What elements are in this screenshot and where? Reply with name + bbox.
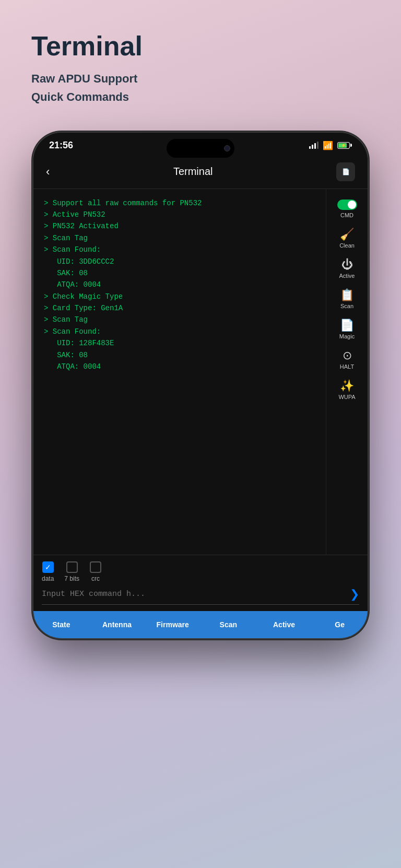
- clean-icon: 🧹: [340, 229, 354, 240]
- halt-button[interactable]: ⊙ HALT: [329, 346, 365, 374]
- terminal-line: > Active PN532: [44, 209, 317, 220]
- pdf-icon: 📄: [342, 168, 350, 175]
- wupa-icon: ✨: [340, 380, 354, 392]
- signal-icon: [309, 142, 319, 149]
- terminal-line: > Scan Tag: [44, 232, 317, 244]
- checkbox-box-data[interactable]: ✓: [42, 561, 54, 573]
- nav-bar: ‹ Terminal 📄: [33, 155, 368, 189]
- cmd-label: CMD: [340, 212, 353, 218]
- battery-icon: ⚡: [337, 142, 352, 149]
- wupa-label: WUPA: [338, 394, 355, 400]
- status-bar: 21:56 📶 ⚡: [33, 133, 368, 155]
- checkbox-box-crc[interactable]: [90, 561, 101, 573]
- clean-button[interactable]: 🧹 Clean: [329, 225, 365, 253]
- input-row: ❯: [42, 588, 359, 605]
- terminal-line: > Scan Tag: [44, 314, 317, 325]
- terminal-output: > Support all raw commands for PN532> Ac…: [33, 189, 326, 555]
- checkbox-crc[interactable]: crc: [90, 561, 101, 582]
- power-icon: ⏻: [341, 259, 353, 271]
- status-time: 21:56: [49, 140, 73, 151]
- terminal-line: UID: 3DD6CCC2: [44, 256, 317, 267]
- checkbox-label-7bits: 7 bits: [64, 575, 79, 582]
- active-label: Active: [339, 273, 355, 279]
- checkbox-label-data: data: [42, 575, 54, 582]
- halt-icon: ⊙: [343, 350, 352, 361]
- scan-button[interactable]: 📋 Scan: [329, 285, 365, 313]
- checkbox-label-crc: crc: [91, 575, 100, 582]
- tab-antenna[interactable]: Antenna: [90, 613, 144, 636]
- terminal-line: ATQA: 0004: [44, 361, 317, 372]
- terminal-line: > Scan Found:: [44, 244, 317, 255]
- halt-label: HALT: [340, 363, 354, 370]
- magic-button[interactable]: 📄 Magic: [329, 315, 365, 344]
- terminal-line: SAK: 08: [44, 267, 317, 279]
- terminal-area: > Support all raw commands for PN532> Ac…: [33, 189, 368, 555]
- scan-icon: 📋: [340, 289, 354, 301]
- checkbox-box-7bits[interactable]: [66, 561, 78, 573]
- terminal-line: SAK: 08: [44, 349, 317, 361]
- wifi-icon: 📶: [323, 140, 333, 150]
- phone-container: 21:56 📶 ⚡: [0, 133, 401, 649]
- checkbox-7bits[interactable]: 7 bits: [64, 561, 79, 582]
- terminal-line: ATQA: 0004: [44, 279, 317, 290]
- terminal-line: > Card Type: Gen1A: [44, 302, 317, 314]
- nav-title: Terminal: [173, 166, 213, 178]
- send-button[interactable]: ❯: [350, 588, 359, 601]
- dynamic-island: [167, 139, 234, 158]
- checkbox-data[interactable]: ✓data: [42, 561, 54, 582]
- tab-state[interactable]: State: [34, 613, 88, 636]
- terminal-line: > Scan Found:: [44, 326, 317, 337]
- terminal-line: > PN532 Activated: [44, 220, 317, 232]
- subtitle-line1: Raw APDU Support: [31, 69, 370, 88]
- page-header: Terminal Raw APDU Support Quick Commands: [0, 0, 401, 122]
- magic-icon: 📄: [340, 320, 354, 331]
- page-title: Terminal: [31, 31, 370, 61]
- active-button[interactable]: ⏻ Active: [329, 255, 365, 283]
- tab-scan[interactable]: Scan: [202, 613, 255, 636]
- checkboxes-row: ✓data7 bitscrc: [42, 561, 359, 582]
- cmd-button[interactable]: CMD: [329, 195, 365, 222]
- tab-bar: StateAntennaFirmwareScanActiveGe: [33, 611, 368, 638]
- subtitle-line2: Quick Commands: [31, 88, 370, 106]
- input-area: ✓data7 bitscrc ❯: [33, 555, 368, 611]
- hex-input[interactable]: [42, 590, 345, 599]
- tab-ge[interactable]: Ge: [313, 613, 367, 636]
- tab-active[interactable]: Active: [257, 613, 311, 636]
- terminal-line: UID: 128F483E: [44, 337, 317, 349]
- back-button[interactable]: ‹: [46, 165, 50, 179]
- terminal-line: > Support all raw commands for PN532: [44, 197, 317, 209]
- sidebar-buttons: CMD 🧹 Clean ⏻ Active 📋 Scan: [326, 189, 368, 555]
- pdf-button[interactable]: 📄: [336, 162, 355, 181]
- terminal-line: > Check Magic Type: [44, 291, 317, 302]
- wupa-button[interactable]: ✨ WUPA: [329, 376, 365, 404]
- phone-mockup: 21:56 📶 ⚡: [33, 133, 368, 638]
- scan-label: Scan: [340, 303, 353, 309]
- status-icons: 📶 ⚡: [309, 140, 352, 150]
- tab-firmware[interactable]: Firmware: [146, 613, 199, 636]
- page-subtitle: Raw APDU Support Quick Commands: [31, 69, 370, 106]
- camera-dot: [224, 145, 230, 151]
- cmd-toggle[interactable]: [337, 200, 357, 210]
- magic-label: Magic: [339, 333, 355, 339]
- clean-label: Clean: [339, 242, 355, 249]
